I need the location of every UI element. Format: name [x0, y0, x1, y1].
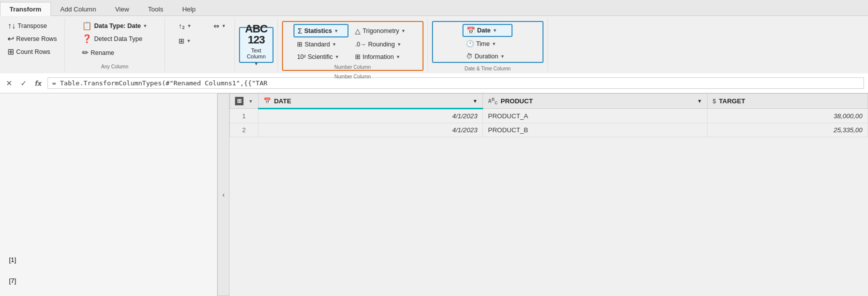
time-icon: 🕐 [466, 40, 474, 47]
left-label-2: [7] [5, 270, 217, 291]
ribbon-group-number-column: Σ Statistics ▼ △ Trigonometry ▼ ⊞ Standa… [278, 18, 428, 71]
rounding-dropdown-icon: ▼ [397, 42, 402, 47]
duration-button[interactable]: ⏱ Duration ▼ [462, 50, 512, 62]
sort-dropdown-icon: ▼ [187, 23, 192, 28]
formula-cancel-button[interactable]: ✕ [4, 78, 14, 89]
col-header-date[interactable]: 📅 DATE ▼ [258, 94, 482, 109]
date-col-dropdown-icon[interactable]: ▼ [472, 98, 478, 104]
any-column-buttons: 📋 Data Type: Date ▼ ❓ Detect Data Type ✏… [78, 20, 150, 59]
trig-dropdown-icon: ▼ [401, 28, 406, 33]
rounding-button[interactable]: .0→ Rounding ▼ [352, 39, 412, 50]
ribbon-group-datetime: 📅 Date ▼ 🕐 Time ▼ ⏱ Duration ▼ [428, 18, 548, 71]
trig-label: Trigonometry [362, 27, 399, 34]
standard-dropdown-icon: ▼ [332, 42, 336, 47]
detect-label: Detect Data Type [94, 35, 142, 42]
group-button[interactable]: ⊞ ▼ [175, 35, 195, 47]
text-column-icon: ABC123 [245, 23, 268, 45]
formula-input[interactable] [48, 77, 864, 89]
col-header-target[interactable]: $ TARGET [708, 94, 868, 109]
target-col-label: TARGET [719, 97, 745, 105]
date-label: Date [477, 27, 490, 34]
scientific-icon: 10² [297, 53, 306, 60]
target-type-icon: $ [712, 98, 716, 105]
formula-icons: ✕ ✓ fx [4, 78, 44, 89]
tab-bar: Transform Add Column View Tools Help [0, 0, 868, 16]
any-column-group-label: Any Column [101, 62, 128, 69]
tab-add-column[interactable]: Add Column [51, 2, 106, 16]
panel-collapse-button[interactable]: ‹ [218, 93, 230, 296]
row-2-product: PRODUCT_B [483, 123, 708, 137]
information-button[interactable]: ⊞ Information ▼ [352, 51, 412, 62]
table-row: 2 4/1/2023 PRODUCT_B 25,335,00 [230, 123, 868, 137]
information-label: Information [362, 53, 394, 60]
statistics-label: Statistics [304, 27, 332, 34]
standard-icon: ⊞ [297, 40, 302, 48]
split-button[interactable]: ⇔ ▼ [210, 20, 230, 32]
tab-transform[interactable]: Transform [0, 2, 51, 16]
data-table: ⊞ ▼ 📅 DATE ▼ [230, 93, 868, 137]
count-rows-button[interactable]: ⊞ Count Rows [4, 46, 60, 58]
product-col-dropdown-icon[interactable]: ▼ [697, 98, 702, 104]
content-row: [1] [7] ‹ ⊞ ▼ [0, 93, 868, 296]
date-type-icon: 📅 [264, 97, 271, 104]
table-header-row: ⊞ ▼ 📅 DATE ▼ [230, 94, 868, 109]
information-icon: ⊞ [355, 53, 360, 60]
data-type-button[interactable]: 📋 Data Type: Date ▼ [78, 20, 150, 32]
data-type-icon: 📋 [82, 22, 92, 30]
text-column-button[interactable]: ABC123 TextColumn ▼ [239, 27, 274, 63]
number-top-row: Σ Statistics ▼ △ Trigonometry ▼ [294, 24, 412, 37]
time-label: Time [476, 40, 490, 47]
tab-help[interactable]: Help [172, 2, 205, 16]
detect-data-type-button[interactable]: ❓ Detect Data Type [78, 33, 150, 45]
transpose-button[interactable]: ↑↓ Transpose [4, 20, 60, 32]
rename-button[interactable]: ✏ Rename [78, 47, 150, 59]
left-label-1: [1] [5, 249, 217, 270]
split-buttons: ⇔ ▼ [210, 20, 230, 66]
col-header-selector[interactable]: ⊞ ▼ [230, 94, 258, 109]
sort-asc-button[interactable]: ↑₂ ▼ [175, 20, 195, 32]
time-button[interactable]: 🕐 Time ▼ [462, 38, 512, 49]
formula-confirm-button[interactable]: ✓ [18, 78, 29, 89]
formula-fx-button[interactable]: fx [33, 78, 44, 88]
time-dropdown-icon: ▼ [492, 41, 496, 46]
ribbon: ↑↓ Transpose ↩ Reverse Rows ⊞ Count Rows… [0, 16, 868, 73]
col-header-product[interactable]: ABC PRODUCT ▼ [483, 94, 708, 109]
transpose-icon: ↑↓ [8, 22, 16, 30]
left-row-labels: [1] [7] [0, 249, 217, 296]
row-2-date: 4/1/2023 [258, 123, 482, 137]
target-header-inner: $ TARGET [712, 97, 862, 105]
rounding-icon: .0→ [355, 41, 366, 48]
standard-label: Standard [304, 41, 330, 48]
reverse-rows-button[interactable]: ↩ Reverse Rows [4, 33, 60, 45]
duration-label: Duration [474, 53, 498, 60]
datetime-bottom-row: ⏱ Duration ▼ [462, 50, 512, 62]
split-dropdown-icon: ▼ [222, 23, 226, 28]
number-bottom-row: 10² Scientific ▼ ⊞ Information ▼ [294, 51, 412, 62]
text-column-label: TextColumn [246, 47, 266, 59]
group-dropdown-icon: ▼ [186, 38, 191, 43]
date-header-inner: 📅 DATE ▼ [264, 97, 478, 105]
ribbon-group-text-column: ABC123 TextColumn ▼ [235, 18, 278, 71]
count-rows-icon: ⊞ [8, 48, 14, 56]
standard-button[interactable]: ⊞ Standard ▼ [294, 38, 348, 50]
sort-asc-icon: ↑₂ [178, 22, 185, 30]
ribbon-group-split: ⇔ ▼ [205, 18, 235, 71]
statistics-icon: Σ [298, 26, 302, 35]
trigonometry-button[interactable]: △ Trigonometry ▼ [352, 25, 412, 37]
transpose-label: Transpose [18, 22, 47, 29]
datetime-middle-row: 🕐 Time ▼ [462, 38, 512, 49]
date-button[interactable]: 📅 Date ▼ [462, 24, 512, 37]
row-1-product: PRODUCT_A [483, 109, 708, 123]
scientific-button[interactable]: 10² Scientific ▼ [294, 51, 348, 62]
number-column-group-label: Number Column [334, 62, 371, 70]
datetime-group-label: Date & Time Column [464, 64, 510, 71]
statistics-dropdown-icon: ▼ [334, 28, 338, 33]
reverse-rows-icon: ↩ [8, 35, 14, 43]
table-body: 1 4/1/2023 PRODUCT_A 38,000,00 2 4/1/202… [230, 109, 868, 137]
text-column-dropdown-icon: ▼ [254, 61, 258, 66]
main-area: ✕ ✓ fx [1] [7] ‹ [0, 73, 868, 296]
tab-view[interactable]: View [106, 2, 138, 16]
date-col-label: DATE [274, 97, 291, 105]
tab-tools[interactable]: Tools [138, 2, 172, 16]
statistics-button[interactable]: Σ Statistics ▼ [294, 24, 348, 37]
